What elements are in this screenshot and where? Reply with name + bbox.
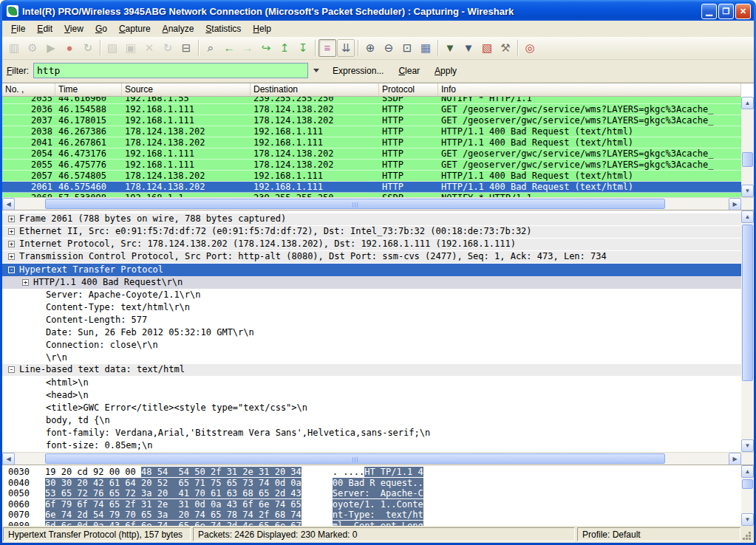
scrollbar-thumb[interactable] (742, 152, 753, 167)
go-to-packet-icon[interactable]: ↪ (257, 39, 275, 57)
title-bar[interactable]: Intel(R) PRO/Wireless 3945ABG Network Co… (2, 0, 754, 21)
hex-row[interactable]: 0040 30 30 20 42 61 64 20 52 65 71 75 65… (8, 478, 754, 489)
colorize-icon[interactable]: ≡ (319, 39, 336, 57)
go-back-icon[interactable]: ← (220, 39, 238, 57)
resize-columns-icon[interactable]: ▦ (417, 39, 435, 57)
coloring-rules-icon[interactable]: ▧ (478, 39, 496, 57)
filter-dropdown-button[interactable] (310, 64, 323, 78)
detail-row[interactable]: + Ethernet II, Src: e0:91:f5:7d:df:72 (e… (2, 226, 741, 239)
hex-row[interactable]: 0080 6d 6c 0d 0a 43 6f 6e 74 65 6e 74 2d… (8, 521, 754, 526)
scrollbar-thumb[interactable] (45, 199, 665, 209)
capture-stop-icon[interactable]: ● (61, 39, 78, 57)
find-packet-icon[interactable]: ⌕ (202, 39, 219, 57)
packet-row[interactable]: 2038 46.267386 178.124.138.202 192.168.1… (2, 126, 741, 137)
packet-row[interactable]: 2037 46.178015 192.168.1.111 178.124.138… (2, 115, 741, 126)
detail-row[interactable]: - Line-based text data: text/html (2, 364, 741, 377)
menu-item[interactable]: Go (89, 21, 113, 36)
minimize-button[interactable]: ▁ (701, 4, 717, 19)
go-forward-icon[interactable]: → (239, 39, 256, 57)
detail-row[interactable]: Content-Length: 577 (2, 314, 741, 326)
apply-button[interactable]: Apply (429, 63, 462, 79)
resize-grip[interactable] (743, 527, 752, 541)
details-vscrollbar[interactable]: ▲ ▼ (741, 210, 754, 453)
hex-vscrollbar[interactable]: ▲ ▼ (741, 465, 754, 526)
packet-row[interactable]: 2054 46.473176 192.168.1.111 178.124.138… (2, 148, 741, 160)
close-file-icon[interactable]: ✕ (140, 39, 158, 57)
go-bottom-icon[interactable]: ↧ (294, 39, 312, 57)
menu-item[interactable]: Analyze (157, 21, 200, 36)
expander-icon[interactable]: + (8, 228, 15, 235)
scroll-right-icon[interactable]: ▶ (729, 453, 741, 465)
zoom-100-icon[interactable]: ⊡ (398, 39, 416, 57)
packet-row[interactable]: 2041 46.267861 178.124.138.202 192.168.1… (2, 137, 741, 148)
autoscroll-icon[interactable]: ⇊ (337, 39, 355, 57)
close-button[interactable]: ✕ (735, 4, 751, 19)
packet-row[interactable]: 2061 46.575460 178.124.138.202 192.168.1… (2, 182, 741, 193)
display-filter-icon[interactable]: ▼ (460, 39, 477, 57)
scroll-left-icon[interactable]: ◀ (2, 453, 15, 465)
expander-icon[interactable]: + (8, 216, 15, 222)
reload-icon[interactable]: ↻ (159, 39, 177, 57)
detail-row[interactable]: Content-Type: text/html\r\n (2, 301, 741, 314)
detail-row[interactable]: body, td {\n (2, 414, 741, 427)
details-hscrollbar[interactable]: ◀ ▶ (2, 452, 754, 465)
scroll-up-icon[interactable]: ▲ (741, 97, 754, 109)
detail-row[interactable]: font-family: Verdana,Arial,'Bitstream Ve… (2, 427, 741, 439)
scroll-down-icon[interactable]: ▼ (741, 439, 754, 452)
scroll-up-icon[interactable]: ▲ (741, 465, 754, 478)
menu-item[interactable]: Statistics (200, 21, 247, 36)
print-icon[interactable]: ⊟ (177, 39, 195, 57)
capture-options-icon[interactable]: ⚙ (24, 39, 41, 57)
detail-row[interactable]: Server: Apache-Coyote/1.1\r\n (2, 289, 741, 301)
help-icon[interactable]: ◎ (521, 39, 539, 57)
detail-row[interactable]: font-size: 0.85em;\n (2, 439, 741, 452)
hex-row[interactable]: 0060 6f 79 6f 74 65 2f 31 2e 31 0d 0a 43… (8, 499, 754, 510)
expander-icon[interactable]: - (8, 267, 15, 273)
detail-row[interactable]: + HTTP/1.1 400 Bad Request\r\n (2, 276, 741, 289)
capture-start-icon[interactable]: ▶ (42, 39, 60, 57)
preferences-icon[interactable]: ⚒ (497, 39, 514, 57)
column-header[interactable]: Time (55, 83, 122, 97)
expander-icon[interactable]: + (22, 279, 29, 286)
packet-row[interactable]: 2036 46.154588 192.168.1.111 178.124.138… (2, 104, 741, 115)
expander-icon[interactable]: + (8, 241, 15, 247)
scrollbar-thumb[interactable] (45, 453, 665, 464)
open-file-icon[interactable]: ▨ (103, 39, 121, 57)
column-header[interactable]: Protocol (379, 83, 438, 97)
expander-icon[interactable]: + (8, 253, 15, 260)
column-header[interactable]: Destination (251, 83, 379, 97)
zoom-out-icon[interactable]: ⊖ (380, 39, 398, 57)
capture-filter-icon[interactable]: ▼ (441, 39, 459, 57)
scroll-up-icon[interactable]: ▲ (741, 210, 754, 223)
scroll-left-icon[interactable]: ◀ (2, 198, 15, 210)
scrollbar-thumb[interactable] (742, 479, 753, 489)
detail-row[interactable]: <html>\n (2, 377, 741, 389)
maximize-button[interactable]: ❐ (718, 4, 734, 19)
detail-row[interactable]: + Transmission Control Protocol, Src Por… (2, 251, 741, 264)
column-header[interactable]: No. , (2, 83, 55, 97)
hex-row[interactable]: 0030 19 20 cd 92 00 00 48 54 54 50 2f 31… (8, 467, 754, 478)
go-top-icon[interactable]: ↥ (276, 39, 293, 57)
save-icon[interactable]: ▣ (122, 39, 140, 57)
detail-row[interactable]: \r\n (2, 352, 741, 364)
scroll-down-icon[interactable]: ▼ (741, 513, 754, 526)
packet-row[interactable]: 2035 44.616960 192.168.1.55 239.255.255.… (2, 97, 741, 104)
menu-item[interactable]: File (5, 21, 31, 36)
packet-row[interactable]: 2057 46.574805 178.124.138.202 192.168.1… (2, 171, 741, 182)
scroll-down-icon[interactable]: ▼ (741, 185, 754, 197)
expression-button[interactable]: Expression... (327, 63, 389, 79)
detail-row[interactable]: + Internet Protocol, Src: 178.124.138.20… (2, 239, 741, 251)
expander-icon[interactable]: - (8, 366, 15, 373)
detail-row[interactable]: <title>GWC Error</title><style type="tex… (2, 402, 741, 414)
packet-row[interactable]: 2055 46.475776 192.168.1.111 178.124.138… (2, 160, 741, 171)
menu-item[interactable]: View (58, 21, 89, 36)
hex-row[interactable]: 0070 6e 74 2d 54 79 70 65 3a 20 74 65 78… (8, 510, 754, 521)
detail-row[interactable]: Date: Sun, 26 Feb 2012 05:32:10 GMT\r\n (2, 326, 741, 339)
scroll-right-icon[interactable]: ▶ (729, 198, 741, 210)
filter-input[interactable] (33, 63, 308, 78)
menu-item[interactable]: Capture (113, 21, 157, 36)
detail-row[interactable]: - Hypertext Transfer Protocol (2, 264, 741, 276)
detail-row[interactable]: Connection: close\r\n (2, 339, 741, 352)
detail-row[interactable]: <head>\n (2, 389, 741, 402)
capture-restart-icon[interactable]: ↻ (79, 39, 97, 57)
